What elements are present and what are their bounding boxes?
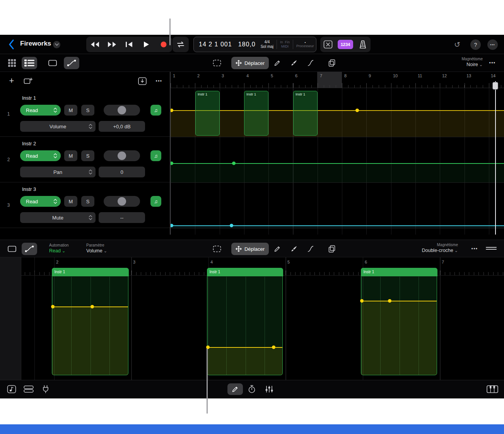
snap-setting[interactable]: Magnétisme Noire⌄ (433, 56, 483, 68)
editor-more-button[interactable]: ••• (469, 244, 480, 254)
brush-tool-button[interactable] (288, 57, 300, 69)
editor-paste-button[interactable] (326, 243, 338, 255)
editor-move-tool-button[interactable]: Déplacer (231, 243, 269, 255)
arrange-area[interactable]: 1 2 3 4 5 6 7 8 9 10 11 12 13 14 (171, 72, 504, 235)
solo-button[interactable]: S (81, 105, 94, 116)
track-name[interactable]: Instr 2 (22, 141, 36, 146)
solo-button[interactable]: S (81, 196, 94, 207)
slider-knob[interactable] (118, 151, 126, 160)
play-button[interactable] (140, 39, 152, 50)
title-menu-button[interactable] (53, 41, 60, 48)
slider-knob[interactable] (118, 106, 126, 114)
mixer-button[interactable] (263, 384, 275, 395)
mute-button[interactable]: M (64, 105, 77, 116)
automation-point[interactable] (272, 345, 275, 349)
pencil-tool-button[interactable] (271, 57, 284, 69)
automation-mode-select[interactable]: Read (20, 196, 61, 207)
toolbar-more-button[interactable]: ••• (487, 58, 498, 68)
regions-mode-button[interactable] (46, 57, 59, 69)
time-quantize-button[interactable] (246, 384, 258, 395)
track-volume-slider[interactable] (104, 105, 140, 116)
track-header[interactable]: 2 Instr 2 Read M S ♫ Pan 0 (0, 137, 170, 182)
duplicate-track-button[interactable] (22, 76, 34, 87)
plugins-button[interactable] (40, 383, 51, 395)
edit-pencil-button[interactable] (227, 383, 243, 395)
undo-button[interactable]: ↺ (452, 39, 463, 50)
automation-point[interactable] (51, 305, 55, 308)
automation-mode-select[interactable]: Read (20, 105, 61, 116)
track-header[interactable]: 3 Instr 3 Read M S ♫ Mute -- (0, 182, 170, 228)
editor-automation-setting[interactable]: Automation Read⌄ (49, 243, 69, 254)
curve-tool-button[interactable] (304, 57, 317, 69)
midi-region[interactable]: Instr 1 (361, 268, 437, 375)
discard-take-button[interactable] (323, 39, 333, 50)
browser-view-button[interactable] (5, 57, 19, 69)
move-tool-button[interactable]: Déplacer (231, 57, 269, 69)
editor-automation-mode-button[interactable] (22, 243, 37, 255)
metronome-button[interactable] (357, 39, 368, 50)
import-button[interactable] (137, 76, 148, 87)
browsers-button[interactable] (23, 383, 34, 395)
automation-parameter-select[interactable]: Volume (20, 121, 96, 132)
track-header[interactable]: 1 Instr 1 Read M S ♫ Volume +0,0 dB (0, 91, 170, 137)
automation-mode-select[interactable]: Read (20, 150, 61, 161)
record-button[interactable] (158, 39, 169, 50)
volume-automation-line[interactable] (207, 347, 282, 348)
editor-curve-tool-button[interactable] (304, 243, 317, 255)
automation-point[interactable] (388, 299, 391, 303)
parameter-value[interactable]: +0,0 dB (99, 121, 145, 132)
marquee-tool-button[interactable] (211, 57, 223, 69)
editor-pencil-tool-button[interactable] (271, 243, 284, 255)
editor-resize-handle[interactable] (486, 246, 497, 251)
volume-automation-line[interactable] (171, 110, 504, 111)
track-volume-slider[interactable] (104, 150, 140, 161)
help-button[interactable]: ? (470, 39, 481, 50)
automation-parameter-select[interactable]: Mute (20, 212, 96, 223)
editor-snap-setting[interactable]: Magnétisme Double-croche⌄ (391, 242, 458, 254)
automation-point[interactable] (360, 299, 364, 303)
keyboard-button[interactable] (485, 383, 500, 395)
track-volume-slider[interactable] (104, 196, 140, 207)
volume-automation-line[interactable] (52, 306, 128, 307)
add-track-button[interactable]: + (6, 75, 17, 87)
playhead-handle[interactable] (492, 82, 498, 90)
bar-ruler[interactable]: 1 2 3 4 5 6 7 8 9 10 11 12 13 14 (171, 72, 504, 88)
automation-parameter-select[interactable]: Pan (20, 167, 96, 177)
track-header-more-button[interactable]: ••• (152, 77, 166, 86)
automation-mode-button[interactable] (64, 57, 79, 69)
automation-point[interactable] (355, 109, 359, 112)
go-to-beginning-button[interactable] (123, 39, 135, 50)
forward-button[interactable] (106, 39, 118, 50)
automation-point[interactable] (91, 305, 94, 308)
editor-parameter-setting[interactable]: Paramètre Volume⌄ (86, 243, 107, 254)
paste-button[interactable] (326, 57, 338, 69)
parameter-value[interactable]: -- (99, 212, 145, 223)
playhead[interactable] (495, 81, 496, 235)
parameter-value[interactable]: 0 (99, 167, 145, 177)
instrument-icon[interactable]: ♫ (150, 150, 161, 161)
editor-brush-tool-button[interactable] (288, 243, 300, 255)
tracks-view-button[interactable] (22, 57, 37, 69)
instrument-icon[interactable]: ♫ (150, 196, 161, 207)
project-title[interactable]: Fireworks (20, 40, 51, 48)
midi-region[interactable]: Instr 1 (244, 91, 268, 136)
automation-point[interactable] (230, 224, 233, 227)
midi-region[interactable]: Instr 1 (52, 268, 128, 375)
track-name[interactable]: Instr 3 (22, 186, 36, 192)
instrument-icon[interactable]: ♫ (150, 105, 161, 116)
loop-browser-button[interactable] (6, 383, 17, 395)
midi-region[interactable]: Instr 1 (293, 91, 318, 136)
more-options-button[interactable]: ••• (487, 39, 498, 50)
automation-point[interactable] (232, 162, 236, 165)
editor-regions-mode-button[interactable] (5, 243, 19, 255)
mute-button[interactable]: M (64, 150, 77, 161)
midi-region[interactable]: Instr 1 (207, 268, 283, 375)
mute-automation-line[interactable] (171, 225, 504, 226)
solo-button[interactable]: S (81, 150, 94, 161)
slider-knob[interactable] (118, 197, 126, 206)
pan-automation-line[interactable] (171, 163, 504, 164)
mute-button[interactable]: M (64, 196, 77, 207)
volume-automation-line[interactable] (361, 301, 437, 301)
track-name[interactable]: Instr 1 (22, 95, 36, 101)
back-button[interactable] (5, 39, 17, 50)
